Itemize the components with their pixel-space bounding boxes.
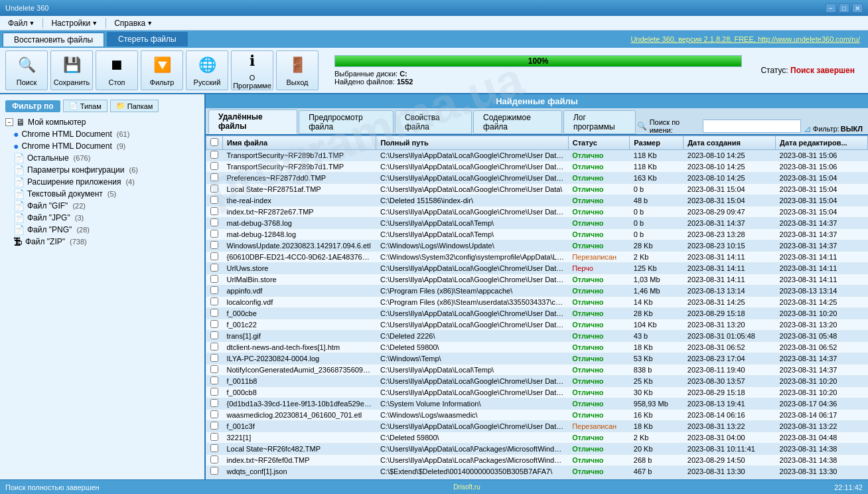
sidebar-item-config[interactable]: 📄 Параметры конфигурации (6) <box>3 164 202 176</box>
row-checkbox[interactable] <box>206 252 223 263</box>
table-row[interactable]: appinfo.vdf C:\Program Files (x86)\Steam… <box>206 286 868 297</box>
row-checkbox[interactable] <box>206 184 223 195</box>
row-checkbox[interactable] <box>206 161 223 173</box>
table-row[interactable]: ILYA-PC-20230824-0004.log C:\Windows\Tem… <box>206 353 868 365</box>
sidebar-item-others[interactable]: 📄 Остальные (676) <box>3 152 202 164</box>
col-status-header[interactable]: Статус <box>568 136 630 150</box>
col-size-header[interactable]: Размер <box>630 136 684 150</box>
close-button[interactable]: ✕ <box>852 3 863 13</box>
row-checkbox[interactable] <box>206 421 223 432</box>
menu-help[interactable]: Справка ▼ <box>109 17 158 29</box>
row-checkbox[interactable] <box>206 218 223 229</box>
table-row[interactable]: wdqts_conf[1].json C:\$Extend\$Deleted\0… <box>206 466 868 477</box>
row-checkbox[interactable] <box>206 353 223 365</box>
row-checkbox[interactable] <box>206 455 223 466</box>
table-row[interactable]: {60610DBF-ED21-4CC0-9D62-1AE48376173E}..… <box>206 252 868 263</box>
row-checkbox[interactable] <box>206 410 223 421</box>
row-checkbox[interactable] <box>206 319 223 331</box>
row-checkbox[interactable] <box>206 297 223 308</box>
maximize-button[interactable]: □ <box>839 3 849 13</box>
col-created-header[interactable]: Дата создания <box>684 136 776 150</box>
restore-tab[interactable]: Восстановить файлы <box>3 33 104 46</box>
filter-folders-button[interactable]: 📁 Папкам <box>110 100 159 112</box>
table-row[interactable]: f_000cb8 C:\Users\Ilya\AppData\Local\Goo… <box>206 387 868 398</box>
row-checkbox[interactable] <box>206 331 223 342</box>
row-checkbox[interactable] <box>206 432 223 444</box>
row-checkbox[interactable] <box>206 444 223 455</box>
table-row[interactable]: waasmediclog.20230814_061600_701.etl C:\… <box>206 410 868 421</box>
row-checkbox[interactable] <box>206 195 223 206</box>
table-row[interactable]: Local State~RF28751af.TMP C:\Users\Ilya\… <box>206 184 868 195</box>
row-checkbox[interactable] <box>206 229 223 240</box>
row-checkbox[interactable] <box>206 286 223 297</box>
table-row[interactable]: index.txt~RF2872e67.TMP C:\Users\Ilya\Ap… <box>206 206 868 218</box>
filter-types-button[interactable]: 📄 Типам <box>63 100 108 112</box>
save-button[interactable]: 💾 Сохранить <box>50 50 93 90</box>
sidebar-item-chrome-html-61[interactable]: ● Chrome HTML Document (61) <box>3 128 202 140</box>
search-button[interactable]: 🔍 Поиск <box>5 50 48 90</box>
table-row[interactable]: NotifyIconGeneratedAumid_236687356098880… <box>206 365 868 376</box>
col-check[interactable] <box>206 136 223 150</box>
table-row[interactable]: TransportSecurity~RF289b7d1.TMP C:\Users… <box>206 150 868 161</box>
sidebar-item-chrome-html-9[interactable]: ● Chrome HTML Document (9) <box>3 140 202 152</box>
table-row[interactable]: mat-debug-3768.log C:\Users\Ilya\AppData… <box>206 218 868 229</box>
erase-tab[interactable]: Стереть файлы <box>107 32 188 46</box>
col-modified-header[interactable]: Дата редактиров... <box>776 136 868 150</box>
col-path-header[interactable]: Полный путь <box>376 136 568 150</box>
row-checkbox[interactable] <box>206 398 223 410</box>
table-row[interactable]: f_0011b8 C:\Users\Ilya\AppData\Local\Goo… <box>206 376 868 387</box>
table-row[interactable]: the-real-index C:\Deleted 151586\index-d… <box>206 195 868 206</box>
tab-properties[interactable]: Свойства файла <box>395 110 472 134</box>
sidebar-item-jpg[interactable]: 📄 Файл "JPG" (3) <box>3 212 202 224</box>
row-checkbox[interactable] <box>206 365 223 376</box>
sidebar-item-png[interactable]: 📄 Файл "PNG" (28) <box>3 224 202 236</box>
select-all-checkbox[interactable] <box>210 138 218 146</box>
search-input[interactable] <box>703 120 801 133</box>
minimize-button[interactable]: − <box>826 3 836 13</box>
row-checkbox[interactable] <box>206 342 223 353</box>
filter-button[interactable]: 🔽 Фильтр <box>141 50 183 90</box>
row-checkbox[interactable] <box>206 240 223 252</box>
stop-button[interactable]: ⏹ Стоп <box>96 50 138 90</box>
table-row[interactable]: UrlUws.store C:\Users\Ilya\AppData\Local… <box>206 263 868 274</box>
sidebar-item-gif[interactable]: 📄 Файл "GIF" (22) <box>3 200 202 212</box>
exit-button[interactable]: 🚪 Выход <box>276 50 319 90</box>
table-row[interactable]: mat-debug-12848.log C:\Users\Ilya\AppDat… <box>206 229 868 240</box>
col-name-header[interactable]: Имя файла <box>223 136 376 150</box>
table-row[interactable]: f_000cbe C:\Users\Ilya\AppData\Local\Goo… <box>206 308 868 319</box>
tab-preview[interactable]: Предпросмотр файла <box>299 110 394 134</box>
menu-settings[interactable]: Настройки ▼ <box>46 17 103 29</box>
table-row[interactable]: dtclient-news-and-tech-fixes[1].htm C:\D… <box>206 342 868 353</box>
row-checkbox[interactable] <box>206 466 223 477</box>
row-checkbox[interactable] <box>206 308 223 319</box>
row-checkbox[interactable] <box>206 150 223 161</box>
sidebar-item-textdoc[interactable]: 📄 Текстовый документ (5) <box>3 188 202 200</box>
table-row[interactable]: 3221[1] C:\Deleted 59800\ Отлично 2 Kb 2… <box>206 432 868 444</box>
tree-root[interactable]: − 🖥 Мой компьютер <box>3 116 202 128</box>
table-row[interactable]: trans[1].gif C:\Deleted 2226\ Отлично 43… <box>206 331 868 342</box>
row-checkbox[interactable] <box>206 387 223 398</box>
table-row[interactable]: index.txt~RF26fef0d.TMP C:\Users\Ilya\Ap… <box>206 455 868 466</box>
tab-log[interactable]: Лог программы <box>563 110 636 134</box>
tab-content[interactable]: Содержимое файла <box>473 110 562 134</box>
table-row[interactable]: {0d1bd1a3-39cd-11ee-9f13-10b1dfea529e}{3… <box>206 398 868 410</box>
table-row[interactable]: WindowsUpdate.20230823.142917.094.6.etl … <box>206 240 868 252</box>
tree-toggle-root[interactable]: − <box>5 118 13 126</box>
table-row[interactable]: f_001c3f C:\Users\Ilya\AppData\Local\Goo… <box>206 421 868 432</box>
tab-deleted-files[interactable]: Удалённые файлы <box>208 110 297 134</box>
row-checkbox[interactable] <box>206 263 223 274</box>
row-checkbox[interactable] <box>206 376 223 387</box>
table-row[interactable]: TransportSecurity~RF289b7d1.TMP C:\Users… <box>206 161 868 173</box>
row-checkbox[interactable] <box>206 173 223 184</box>
sidebar-item-zip[interactable]: 🗜 Файл "ZIP" (738) <box>3 236 202 248</box>
promo-link[interactable]: Undelete 360, версия 2.1.8.28, FREE, htt… <box>630 35 865 43</box>
about-button[interactable]: ℹ О Программе <box>231 50 273 90</box>
language-button[interactable]: 🌐 Русский <box>186 50 228 90</box>
menu-file[interactable]: Файл ▼ <box>3 17 40 29</box>
table-row[interactable]: Local State~RF26fc482.TMP C:\Users\Ilya\… <box>206 444 868 455</box>
row-checkbox[interactable] <box>206 274 223 286</box>
sidebar-item-appext[interactable]: 📄 Расширение приложения (4) <box>3 176 202 188</box>
table-row[interactable]: localconfig.vdf C:\Program Files (x86)\S… <box>206 297 868 308</box>
table-row[interactable]: f_001c22 C:\Users\Ilya\AppData\Local\Goo… <box>206 319 868 331</box>
table-row[interactable]: Preferences~RF2877dd0.TMP C:\Users\Ilya\… <box>206 173 868 184</box>
